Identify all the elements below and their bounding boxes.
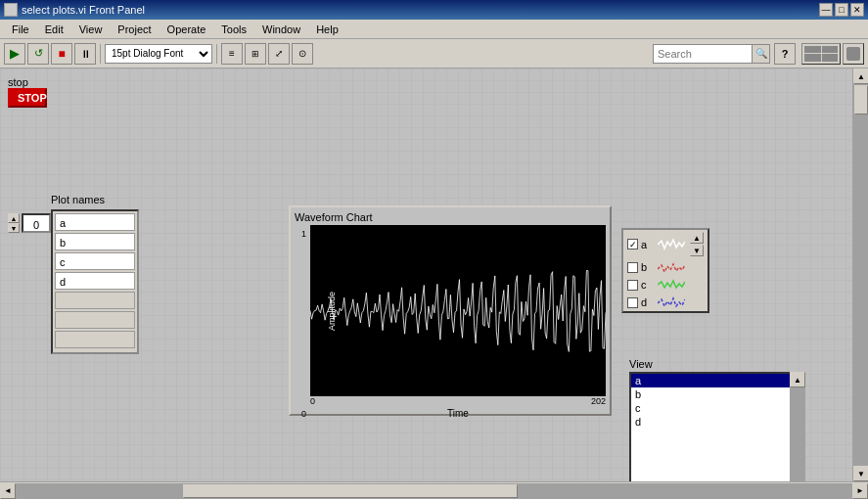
h-scroll-thumb[interactable]	[183, 484, 518, 498]
canvas-area[interactable]: stop STOP ▲ ▼ 0 Plot names a b c d	[0, 68, 852, 481]
sep-1	[100, 44, 101, 64]
x-max: 202	[591, 396, 606, 406]
menu-bar: File Edit View Project Operate Tools Win…	[0, 20, 868, 39]
resize-icon: ⤢	[275, 48, 283, 59]
menu-view[interactable]: View	[71, 22, 111, 37]
menu-tools[interactable]: Tools	[213, 22, 254, 37]
plot-name-d[interactable]: d	[55, 272, 135, 290]
x-axis-ticks: 0 202	[310, 396, 606, 406]
view-item-c[interactable]: c	[631, 401, 799, 415]
distribute-button[interactable]: ⊞	[245, 43, 266, 65]
legend-name-b: b	[641, 261, 655, 273]
legend-checkbox-a[interactable]	[627, 239, 638, 250]
menu-edit[interactable]: Edit	[37, 22, 71, 37]
search-icon: 🔍	[755, 48, 767, 59]
bottom-bar: ◄ ►	[0, 481, 868, 499]
view-scroll-up[interactable]: ▲	[790, 372, 805, 387]
menu-window[interactable]: Window	[254, 22, 308, 37]
h-scroll-left[interactable]: ◄	[0, 483, 16, 499]
plot-name-c[interactable]: c	[55, 252, 135, 270]
x-axis-label: Time	[310, 408, 606, 419]
chart-inner: Amplitude	[310, 225, 606, 396]
legend-name-d: d	[641, 296, 655, 308]
legend-item-c: c	[623, 276, 708, 294]
scroll-down-button[interactable]: ▼	[853, 466, 868, 481]
search-button[interactable]: 🔍	[752, 45, 769, 63]
legend-item-a: a ▲ ▼	[623, 230, 708, 258]
view-section: View a b c d ▲ ▼	[629, 358, 805, 481]
run-button[interactable]: ▶	[4, 43, 25, 65]
view-scroll-track	[790, 387, 805, 481]
numeric-control: ▲ ▼ 0	[8, 213, 51, 233]
menu-project[interactable]: Project	[110, 22, 159, 37]
legend-scroll-a: ▲ ▼	[690, 232, 704, 256]
scroll-track	[853, 84, 868, 466]
icon-view-btn[interactable]	[843, 43, 864, 65]
legend-icon-d	[658, 295, 685, 309]
view-item-b[interactable]: b	[631, 387, 799, 401]
plot-name-empty-2	[55, 311, 135, 329]
font-selector[interactable]: 15pt Dialog Font	[105, 44, 212, 64]
maximize-button[interactable]: □	[835, 3, 848, 17]
minimize-button[interactable]: —	[819, 3, 833, 17]
align-icon: ≡	[229, 48, 235, 59]
distribute-icon: ⊞	[251, 49, 259, 59]
legend-checkbox-b[interactable]	[627, 262, 638, 273]
scroll-thumb[interactable]	[854, 85, 868, 114]
stop-label: stop	[8, 76, 28, 88]
run-icon: ▶	[10, 46, 20, 61]
legend-scroll-down[interactable]: ▼	[690, 245, 704, 256]
legend-checkbox-c[interactable]	[627, 280, 638, 291]
menu-help[interactable]: Help	[308, 22, 346, 37]
menu-operate[interactable]: Operate	[160, 22, 214, 37]
plot-name-a[interactable]: a	[55, 213, 135, 231]
h-scroll-track	[16, 483, 852, 499]
spin-up-button[interactable]: ▲	[8, 213, 20, 223]
legend-scroll-up[interactable]: ▲	[690, 232, 704, 244]
close-button[interactable]: ✕	[850, 3, 864, 17]
y-max: 1	[301, 229, 306, 239]
pause-button[interactable]: ⏸	[74, 43, 96, 65]
plot-name-empty-1	[55, 292, 135, 309]
help-button[interactable]: ?	[774, 43, 796, 65]
search-input[interactable]	[654, 45, 752, 63]
pause-icon: ⏸	[80, 48, 91, 60]
view-list-scrollbar: ▲ ▼	[790, 372, 805, 481]
plot-names-list: a b c d	[51, 209, 139, 354]
abort-button[interactable]: ■	[51, 43, 72, 65]
waveform-chart: Waveform Chart 1 0 Amplitude	[289, 205, 612, 416]
numeric-value[interactable]: 0	[22, 213, 51, 233]
spin-down-button[interactable]: ▼	[8, 223, 20, 233]
plot-name-b[interactable]: b	[55, 233, 135, 250]
view-item-a[interactable]: a	[631, 374, 799, 387]
align-button[interactable]: ≡	[221, 43, 243, 65]
reorder-icon: ⊙	[298, 48, 306, 59]
y-min: 0	[301, 409, 306, 419]
menu-file[interactable]: File	[4, 22, 37, 37]
waveform-svg	[310, 225, 606, 396]
abort-icon: ■	[58, 47, 65, 61]
legend-item-d: d	[623, 294, 708, 311]
reorder-button[interactable]: ⊙	[292, 43, 313, 65]
plot-names-section: Plot names a b c d	[51, 194, 139, 354]
view-label: View	[629, 358, 805, 370]
plot-name-empty-3	[55, 331, 135, 348]
title-bar: select plots.vi Front Panel — □ ✕	[0, 0, 868, 20]
legend-item-b: b	[623, 258, 708, 276]
vertical-scrollbar: ▲ ▼	[852, 68, 868, 481]
view-item-d[interactable]: d	[631, 415, 799, 429]
stop-button[interactable]: STOP	[8, 88, 47, 108]
run-continuously-button[interactable]: ↺	[27, 43, 49, 65]
window-controls: — □ ✕	[819, 3, 864, 17]
scroll-up-button[interactable]: ▲	[853, 68, 868, 84]
run-continuously-icon: ↺	[34, 47, 43, 60]
window-title: select plots.vi Front Panel	[22, 4, 815, 16]
chart-main: Amplitude 0 202 Time	[310, 225, 606, 419]
legend-checkbox-d[interactable]	[627, 297, 638, 308]
legend-icon-c	[658, 278, 685, 292]
resize-button[interactable]: ⤢	[268, 43, 290, 65]
legend-name-c: c	[641, 279, 655, 291]
y-axis: 1 0	[295, 229, 306, 419]
chart-wrapper: 1 0 Amplitude 0 202	[295, 225, 606, 419]
h-scroll-right[interactable]: ►	[852, 483, 868, 499]
